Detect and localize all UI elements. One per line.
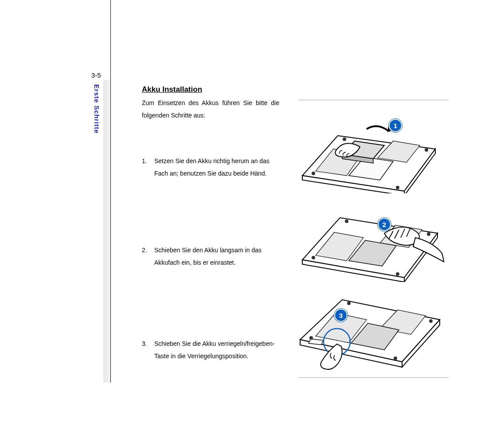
step-2-number: 2. <box>142 244 154 269</box>
divider-bottom <box>298 377 449 378</box>
step-3: 3. Schieben Sie die Akku verriegeln/frei… <box>142 337 279 362</box>
laptop-battery-insert-icon <box>289 105 444 193</box>
svg-point-21 <box>312 256 315 259</box>
step-3-text: Schieben Sie die Akku verriegeln/freigeb… <box>154 337 279 362</box>
svg-point-38 <box>429 319 433 323</box>
svg-point-36 <box>394 356 397 360</box>
section-title-vertical: Erste Schritte <box>93 84 101 134</box>
intro-text: Zum Einsetzen des Akkus führen Sie bitte… <box>142 97 279 121</box>
laptop-battery-lock-icon <box>289 282 444 371</box>
step-badge-2: 2 <box>378 218 391 231</box>
step-2-text: Schieben Sie den Akku langsam in das Akk… <box>154 244 279 269</box>
svg-point-22 <box>396 272 399 276</box>
step-2: 2. Schieben Sie den Akku langsam in das … <box>142 244 279 269</box>
step-badge-1: 1 <box>389 119 402 132</box>
figure-step-1: 1 <box>289 105 444 193</box>
svg-point-11 <box>425 148 428 152</box>
divider-top <box>298 100 449 100</box>
heading-akku-installation: Akku Installation <box>142 85 279 94</box>
page-number: 3-5 <box>91 71 101 79</box>
step-1-text: Setzen Sie den Akku richtig herum an das… <box>154 155 279 180</box>
laptop-battery-push-icon <box>289 193 444 282</box>
step-1: 1. Setzen Sie den Akku richtig herum an … <box>142 155 279 180</box>
svg-point-10 <box>343 137 346 141</box>
svg-point-35 <box>309 336 313 340</box>
svg-point-9 <box>396 186 399 189</box>
figure-step-2: 2 <box>289 193 444 282</box>
step-badge-3: 3 <box>334 309 348 322</box>
step-3-number: 3. <box>142 337 154 362</box>
figure-step-3: 3 <box>289 282 444 371</box>
svg-point-8 <box>312 172 315 175</box>
svg-point-24 <box>427 232 430 236</box>
svg-point-37 <box>347 302 351 305</box>
svg-rect-33 <box>309 339 323 345</box>
step-1-number: 1. <box>142 155 154 180</box>
svg-point-23 <box>345 219 348 223</box>
margin-rule <box>110 0 111 383</box>
margin-shade <box>103 80 110 383</box>
